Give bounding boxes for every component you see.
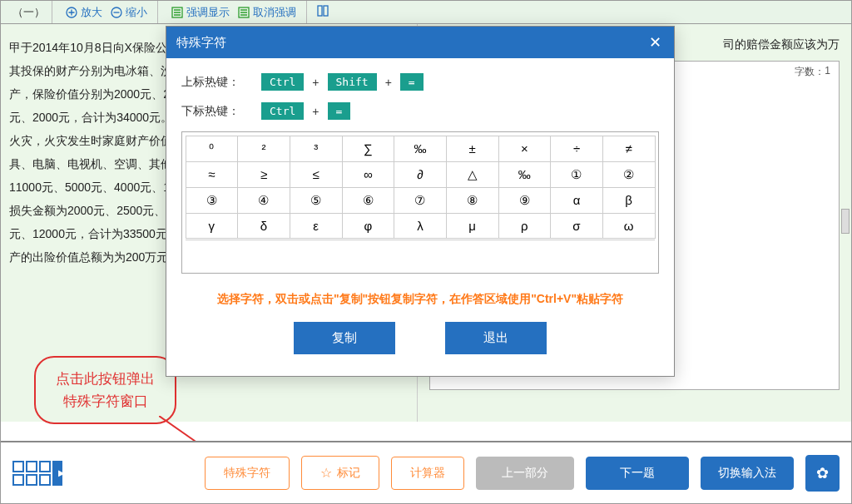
close-button[interactable]: ✕: [646, 33, 664, 52]
next-button[interactable]: 下一题: [586, 457, 689, 490]
dialog-title: 特殊字符: [176, 35, 226, 51]
zoom-in-label: 放大: [81, 5, 102, 20]
symbol-cell[interactable]: ⑤: [290, 187, 343, 214]
symbol-cell[interactable]: γ: [186, 213, 239, 239]
word-count-label: 字数：: [795, 65, 825, 79]
dialog-actions: 复制 退出: [181, 322, 659, 354]
highlight-section: 强调显示 取消强调: [161, 1, 307, 23]
unhighlight-button[interactable]: 取消强调: [235, 3, 300, 22]
highlight-button[interactable]: 强调显示: [168, 3, 233, 22]
bottom-bar: ▶ 特殊字符 ☆ 标记 计算器 上一部分 下一题 切换输入法 ✿: [1, 441, 851, 503]
symbol-cell[interactable]: ∂: [394, 161, 447, 188]
symbol-cell[interactable]: △: [446, 161, 499, 188]
calculator-button[interactable]: 计算器: [391, 457, 464, 490]
key-badge: =: [328, 102, 351, 120]
symbol-grid: ⁰²³∑‰±×÷≠≈≥≤∞∂△‰①②③④⑤⑥⑦⑧⑨αβγδεφλμρσω: [186, 136, 655, 238]
dialog-header: 特殊字符 ✕: [166, 27, 674, 58]
symbol-cell[interactable]: ³: [290, 136, 343, 162]
plus-separator: +: [312, 105, 319, 118]
close-icon: ✕: [649, 33, 661, 52]
symbol-cell[interactable]: ‰: [498, 161, 552, 188]
symbol-cell[interactable]: ⑥: [342, 187, 395, 214]
symbol-cell[interactable]: ④: [237, 187, 290, 214]
symbol-cell[interactable]: ≈: [186, 161, 239, 188]
symbol-cell[interactable]: ⑦: [394, 187, 447, 214]
zoom-out-label: 缩小: [126, 5, 147, 20]
plus-separator: +: [385, 76, 392, 89]
symbol-cell[interactable]: ×: [498, 136, 552, 162]
exit-button[interactable]: 退出: [445, 322, 547, 354]
symbol-cell[interactable]: ρ: [498, 213, 552, 239]
section-label: （一）: [12, 5, 45, 20]
zoom-section: 放大 缩小: [56, 1, 158, 23]
symbol-cell[interactable]: β: [602, 187, 656, 214]
zoom-in-button[interactable]: 放大: [62, 3, 106, 22]
hotkey-row: 上标热键：Ctrl+Shift+=: [181, 73, 659, 91]
hotkey-label: 下标热键：: [181, 104, 253, 119]
symbol-cell[interactable]: ⁰: [186, 136, 239, 162]
callout-bubble: 点击此按钮弹出 特殊字符窗口: [34, 356, 176, 424]
symbol-cell[interactable]: φ: [342, 213, 395, 239]
symbol-cell[interactable]: ③: [186, 187, 239, 214]
bookmark-button[interactable]: ☆ 标记: [301, 456, 379, 490]
special-char-dialog: 特殊字符 ✕ 上标热键：Ctrl+Shift+=下标热键：Ctrl+= ⁰²³∑…: [166, 26, 675, 377]
zoom-out-button[interactable]: 缩小: [107, 3, 151, 22]
minus-circle-icon: [111, 7, 122, 18]
symbol-cell[interactable]: ε: [290, 213, 343, 239]
svg-rect-5: [324, 6, 328, 16]
symbol-cell[interactable]: ω: [602, 213, 656, 239]
symbol-cell[interactable]: ±: [446, 136, 499, 162]
symbol-cell[interactable]: ‰: [394, 136, 447, 162]
unhighlight-icon: [238, 7, 250, 18]
prev-label: 上一部分: [502, 466, 548, 481]
unhighlight-label: 取消强调: [253, 5, 296, 20]
grid-nav-button[interactable]: ▶: [12, 461, 62, 486]
hotkey-label: 上标热键：: [181, 75, 253, 90]
ime-label: 切换输入法: [718, 466, 776, 481]
key-badge: Ctrl: [261, 73, 304, 91]
symbol-cell[interactable]: ⑧: [446, 187, 499, 214]
symbol-cell[interactable]: ≥: [237, 161, 290, 188]
key-badge: Ctrl: [261, 102, 304, 120]
symbol-cell[interactable]: ≤: [290, 161, 343, 188]
word-count-value: 1: [825, 65, 830, 79]
right-arrow-icon: ▶: [52, 461, 62, 486]
symbol-cell[interactable]: ≠: [602, 136, 656, 162]
highlight-label: 强调显示: [186, 5, 230, 20]
bookmark-label: 标记: [337, 466, 360, 481]
settings-button[interactable]: ✿: [805, 455, 840, 492]
highlight-icon: [171, 7, 183, 18]
next-label: 下一题: [620, 466, 655, 481]
symbol-cell[interactable]: ⑨: [498, 187, 552, 214]
ime-button[interactable]: 切换输入法: [701, 457, 794, 490]
key-badge: =: [400, 73, 424, 91]
section-indicator: （一）: [6, 1, 52, 23]
symbol-cell[interactable]: ②: [602, 161, 656, 188]
plus-circle-icon: [66, 7, 77, 18]
symbol-cell[interactable]: α: [550, 187, 603, 214]
symbol-cell[interactable]: ∞: [342, 161, 395, 188]
special-char-label: 特殊字符: [224, 466, 270, 481]
symbol-cell[interactable]: ²: [237, 136, 290, 162]
symbol-table: ⁰²³∑‰±×÷≠≈≥≤∞∂△‰①②③④⑤⑥⑦⑧⑨αβγδεφλμρσω: [181, 131, 659, 274]
grid-icon: [12, 461, 51, 486]
callout-line1: 点击此按钮弹出: [56, 368, 155, 390]
dialog-body: 上标热键：Ctrl+Shift+=下标热键：Ctrl+= ⁰²³∑‰±×÷≠≈≥…: [166, 58, 674, 376]
top-toolbar: （一） 放大 缩小 强调显示 取消强调: [1, 1, 851, 24]
symbol-cell[interactable]: ∑: [342, 136, 395, 162]
prev-button[interactable]: 上一部分: [476, 457, 574, 490]
copy-button[interactable]: 复制: [294, 322, 395, 354]
side-grip[interactable]: [841, 209, 850, 234]
dialog-hint: 选择字符，双击或点击"复制"按钮复制字符，在作答区域使用"Ctrl+V"粘贴字符: [181, 292, 659, 307]
special-char-button[interactable]: 特殊字符: [205, 457, 290, 490]
symbol-cell[interactable]: ÷: [550, 136, 603, 162]
svg-rect-4: [318, 6, 322, 16]
star-icon: ☆: [320, 465, 332, 481]
symbol-cell[interactable]: σ: [550, 213, 603, 239]
symbol-cell[interactable]: ①: [550, 161, 603, 188]
symbol-cell[interactable]: μ: [446, 213, 499, 239]
split-icon[interactable]: [317, 5, 329, 19]
symbol-cell[interactable]: δ: [237, 213, 290, 239]
symbol-cell[interactable]: λ: [394, 213, 447, 239]
key-badge: Shift: [328, 73, 377, 91]
